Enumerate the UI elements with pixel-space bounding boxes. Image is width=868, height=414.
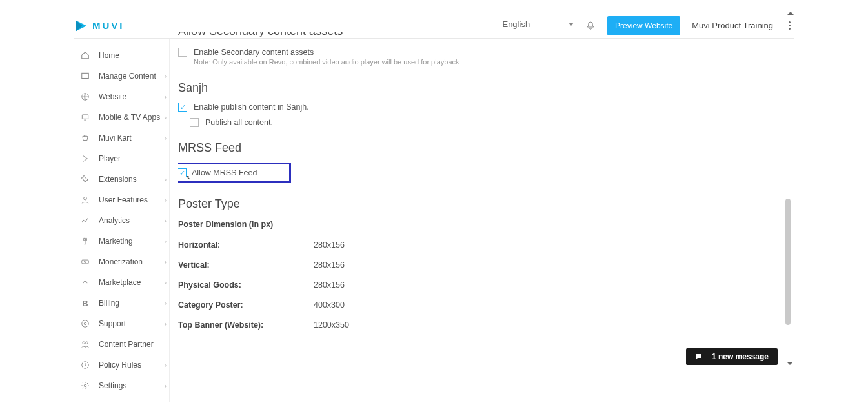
- sidebar-item-user-features[interactable]: User Features›: [78, 190, 169, 210]
- sidebar-item-mobile-tv-apps[interactable]: Mobile & TV Apps›: [78, 107, 169, 128]
- brand-text: MUVI: [92, 20, 125, 31]
- sidebar-item-monetization[interactable]: Monetization›: [78, 251, 169, 272]
- section-mrss-header: MRSS Feed: [178, 141, 791, 155]
- poster-row-label: Horizontal:: [178, 241, 314, 250]
- sidebar-item-label: Marketing: [99, 237, 133, 246]
- chevron-right-icon: ›: [165, 217, 167, 224]
- language-selector[interactable]: English: [502, 19, 574, 32]
- sidebar-item-label: Home: [99, 51, 119, 60]
- chevron-right-icon: ›: [165, 94, 167, 101]
- scroll-up-caret-icon[interactable]: [787, 12, 794, 15]
- main-content: Allow Secondary content assets Enable Se…: [178, 32, 791, 365]
- language-value: English: [502, 19, 530, 29]
- svg-point-7: [84, 322, 86, 325]
- section-secondary-assets-header: Allow Secondary content assets: [178, 32, 791, 40]
- sidebar-item-settings[interactable]: Settings›: [78, 375, 169, 396]
- sidebar-item-policy-rules[interactable]: Policy Rules›: [78, 355, 169, 375]
- section-sanjh-header: Sanjh: [178, 81, 791, 95]
- enable-sanjh-label: Enable publish content in Sanjh.: [194, 103, 309, 112]
- sidebar-item-support[interactable]: Support›: [78, 313, 169, 334]
- sidebar-item-label: Analytics: [99, 216, 130, 225]
- svg-point-5: [85, 261, 86, 263]
- sidebar-item-extensions[interactable]: Extensions›: [78, 169, 169, 190]
- sidebar-item-manage-content[interactable]: Manage Content›: [78, 66, 169, 86]
- sidebar-item-label: Support: [99, 319, 126, 328]
- enable-secondary-assets-label: Enable Secondary content assets: [194, 48, 459, 57]
- sidebar-item-label: User Features: [99, 195, 148, 204]
- chevron-right-icon: ›: [165, 382, 167, 389]
- brand-icon: [74, 19, 88, 33]
- sidebar-item-label: Billing: [99, 299, 119, 308]
- sidebar-item-label: Monetization: [99, 257, 143, 266]
- enable-secondary-assets-checkbox[interactable]: [178, 48, 187, 57]
- sidebar-item-website[interactable]: Website›: [78, 86, 169, 107]
- kebab-menu-icon[interactable]: [785, 21, 794, 30]
- poster-row: Horizontal:280x156: [178, 235, 791, 255]
- chevron-right-icon: ›: [165, 135, 167, 142]
- sidebar-item-home[interactable]: Home: [78, 45, 169, 66]
- poster-row-value[interactable]: 280x156: [314, 281, 572, 290]
- new-message-toast[interactable]: 1 new message: [686, 348, 778, 365]
- poster-row-label: Top Banner (Website):: [178, 320, 314, 330]
- poster-row-value[interactable]: 400x300: [314, 301, 572, 310]
- svg-point-6: [82, 320, 89, 328]
- chevron-right-icon: ›: [165, 320, 167, 328]
- chevron-right-icon: ›: [165, 176, 167, 183]
- publish-all-checkbox[interactable]: [190, 118, 199, 127]
- account-name: Muvi Product Training: [692, 21, 773, 30]
- sidebar-item-content-partner[interactable]: Content Partner: [78, 334, 169, 355]
- poster-row-label: Category Poster:: [178, 301, 314, 310]
- toast-text: 1 new message: [712, 352, 769, 361]
- partner-icon: [81, 340, 90, 349]
- kart-icon: [81, 133, 90, 143]
- caret-down-icon: [569, 23, 574, 26]
- chevron-right-icon: ›: [165, 279, 167, 286]
- globe-icon: [81, 92, 90, 101]
- chevron-right-icon: ›: [165, 114, 167, 121]
- sidebar-item-marketplace[interactable]: Marketplace›: [78, 272, 169, 293]
- marketing-icon: [81, 237, 90, 246]
- notifications-icon[interactable]: [585, 21, 596, 31]
- sidebar-item-analytics[interactable]: Analytics›: [78, 210, 169, 231]
- scrollbar-thumb[interactable]: [785, 199, 791, 325]
- sidebar-item-label: Marketplace: [99, 278, 141, 287]
- sidebar-item-label: Manage Content: [99, 72, 156, 81]
- sidebar-item-label: Content Partner: [99, 340, 154, 349]
- sidebar-item-player[interactable]: Player: [78, 148, 169, 169]
- sidebar-item-label: Extensions: [99, 175, 137, 184]
- monetization-icon: [81, 257, 90, 266]
- marketplace-icon: [81, 278, 90, 287]
- poster-row-label: Physical Goods:: [178, 281, 314, 290]
- sidebar-item-marketing[interactable]: Marketing›: [78, 231, 169, 251]
- home-icon: [81, 51, 90, 60]
- chevron-right-icon: ›: [165, 73, 167, 80]
- mobile-icon: [81, 113, 90, 122]
- player-icon: [81, 154, 90, 163]
- brand-logo[interactable]: MUVI: [74, 19, 125, 33]
- scroll-down-caret-icon[interactable]: [787, 362, 793, 365]
- sidebar-item-label: Settings: [99, 381, 126, 390]
- support-icon: [81, 319, 90, 328]
- chevron-right-icon: ›: [165, 362, 167, 369]
- sidebar-item-billing[interactable]: BBilling›: [78, 293, 169, 313]
- sidebar-item-label: Mobile & TV Apps: [99, 113, 160, 122]
- section-poster-header: Poster Type: [178, 197, 791, 211]
- chat-bubble-icon: [695, 353, 703, 360]
- publish-all-label: Publish all content.: [205, 118, 273, 127]
- analytics-icon: [81, 216, 90, 225]
- svg-rect-0: [82, 73, 89, 78]
- sidebar-item-label: Website: [99, 92, 126, 101]
- poster-row-value[interactable]: 1200x350: [314, 320, 572, 330]
- content-icon: [81, 72, 90, 81]
- sidebar: HomeManage Content›Website›Mobile & TV A…: [74, 39, 170, 402]
- allow-mrss-label: Allow MRSS Feed: [192, 168, 257, 177]
- sidebar-item-muvi-kart[interactable]: Muvi Kart›: [78, 128, 169, 148]
- poster-row-value[interactable]: 280x156: [314, 261, 572, 270]
- cursor-pointer-icon: ↖: [186, 174, 191, 181]
- poster-row: Category Poster:400x300: [178, 295, 791, 315]
- poster-row-value[interactable]: 280x156: [314, 241, 572, 250]
- enable-sanjh-checkbox[interactable]: [178, 103, 187, 112]
- policy-icon: [81, 360, 90, 370]
- svg-point-8: [83, 342, 85, 344]
- mrss-highlight: Allow MRSS Feed: [178, 163, 291, 183]
